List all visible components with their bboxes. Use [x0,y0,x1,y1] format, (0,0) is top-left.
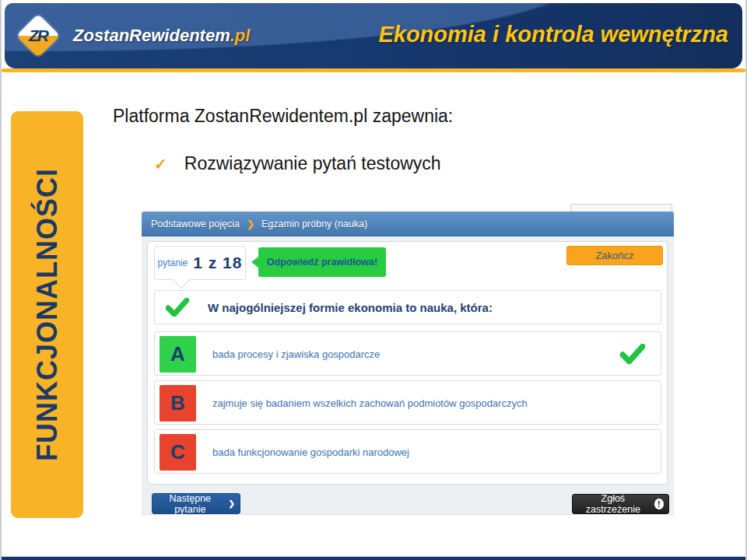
exclamation-icon: ! [654,499,664,509]
brand-logo-icon: ZR [16,13,61,58]
finish-button[interactable]: Zakończ [566,246,663,265]
answer-text-a: bada procesy i zjawiska gospodarcze [212,348,380,359]
breadcrumb-page: Egzamin próbny (nauka) [261,219,367,229]
report-issue-button[interactable]: Zgłoś zastrzeżenie ! [572,494,669,514]
sidebar-tab-funkcjonalnosci: FUNKCJONALNOŚCI [11,111,83,518]
question-text: W najogólniejszej formie ekonomia to nau… [208,301,493,314]
app-header: ZR ZostanRewidentem.pl Ekonomia i kontro… [5,3,742,68]
answer-text-c: bada funkcjonowanie gospodarki narodowej [212,446,409,457]
question-card: W najogólniejszej formie ekonomia to nau… [154,290,661,324]
logo-monogram: ZR [29,26,47,45]
slide-bottom-edge [2,556,745,560]
header-gold-rule [2,68,745,72]
slide: ZR ZostanRewidentem.pl Ekonomia i kontro… [0,0,747,560]
answer-text-b: zajmuje się badaniem wszelkich zachowań … [212,397,528,408]
quiz-screenshot: Podstawowe pojęcia ❯ Egzamin próbny (nau… [142,212,674,515]
answer-option-a[interactable]: A bada procesy i zjawiska gospodarcze [154,331,661,376]
breadcrumb-section[interactable]: Podstawowe pojęcia [151,219,240,229]
answer-option-b[interactable]: B zajmuje się badaniem wszelkich zachowa… [154,380,661,425]
answer-feedback-text: Odpowiedź prawidłowa! [267,257,377,268]
check-bullet-icon: ✓ [154,155,167,173]
breadcrumb: Podstawowe pojęcia ❯ Egzamin próbny (nau… [142,212,674,236]
answer-letter-a: A [160,336,196,373]
question-counter-value: 1 z 18 [193,254,242,272]
answer-feedback-tooltip: Odpowiedź prawidłowa! [258,247,386,277]
answer-letter-b: B [160,385,196,422]
bullet-item: ✓ Rozwiązywanie pytań testowych [154,153,441,174]
slide-title: Ekonomia i kontrola wewnętrzna [378,22,728,47]
answer-letter-c: C [160,434,196,471]
correct-check-icon [620,344,645,364]
brand-name-tld: .pl [230,26,251,45]
brand-name-main: ZostanRewidentem [73,26,230,45]
question-counter: pytanie 1 z 18 [154,246,246,280]
sidebar-label: FUNKCJONALNOŚCI [31,168,64,461]
bullet-text: Rozwiązywanie pytań testowych [184,153,441,174]
question-counter-label: pytanie [158,257,188,268]
report-issue-label: Zgłoś zastrzeżenie [577,493,649,515]
brand[interactable]: ZR ZostanRewidentem.pl [16,13,250,58]
page-title: Platforma ZostanRewidentem.pl zapewnia: [113,106,453,127]
next-question-label: Następne pytanie [157,493,223,515]
chevron-right-icon: ❯ [247,219,254,229]
answer-option-c[interactable]: C bada funkcjonowanie gospodarki narodow… [154,429,661,474]
brand-name: ZostanRewidentem.pl [73,26,250,46]
question-correct-check-icon [166,298,189,317]
question-panel: pytanie 1 z 18 Odpowiedź prawidłowa! Zak… [147,241,668,485]
chevron-right-icon: ❯ [229,499,235,508]
next-question-button[interactable]: Następne pytanie ❯ [152,493,240,514]
